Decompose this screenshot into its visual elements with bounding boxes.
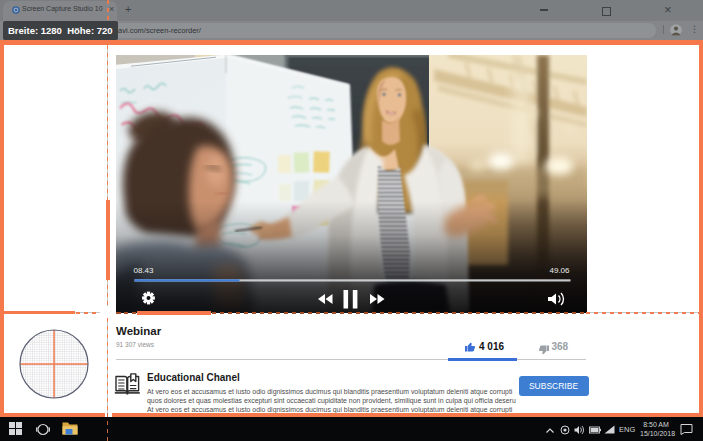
svg-text:08.43: 08.43 <box>133 266 154 275</box>
svg-text:49.06: 49.06 <box>549 266 570 275</box>
